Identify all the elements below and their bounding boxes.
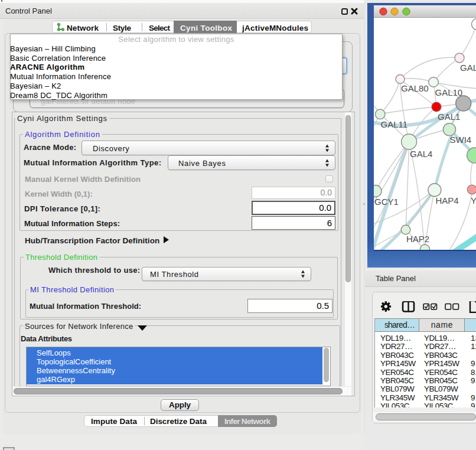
svg-text:GAL80: GAL80 [401, 83, 429, 93]
svg-text:GAL11: GAL11 [381, 119, 408, 129]
svg-text:Y: Y [471, 195, 476, 206]
svg-text:HAP2: HAP2 [406, 234, 429, 244]
svg-text:HAP4: HAP4 [436, 195, 459, 206]
svg-text:SWI4: SWI4 [450, 135, 472, 145]
svg-text:GCY1: GCY1 [374, 197, 399, 207]
svg-text:GAL1: GAL1 [438, 112, 460, 122]
svg-text:GAL2: GAL2 [460, 63, 476, 73]
svg-text:GAL10: GAL10 [435, 87, 463, 97]
svg-text:GAL4: GAL4 [410, 149, 432, 159]
